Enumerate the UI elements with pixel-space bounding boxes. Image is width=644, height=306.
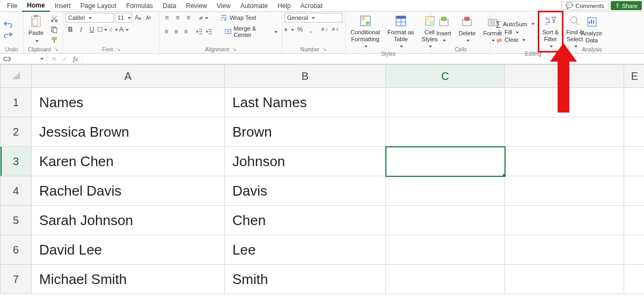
clear-button[interactable]: Clear [494,36,528,43]
font-size-select[interactable]: 11 [115,13,132,23]
select-all-triangle[interactable] [1,65,32,88]
analyze-data-button[interactable]: Analyze Data [579,14,605,44]
cell-C3[interactable] [386,147,505,176]
cell-C6[interactable] [386,235,505,265]
increase-decimal[interactable]: .0 [320,25,330,34]
align-right[interactable]: ≡ [181,27,190,36]
tab-acrobat[interactable]: Acrobat [296,1,327,11]
decrease-decimal[interactable]: .0 [331,25,340,34]
align-center[interactable]: ≡ [172,27,180,36]
comments-button[interactable]: 💬 Comments [561,1,608,10]
clipboard-dialog-launcher[interactable]: ↘ [54,46,58,53]
cell-A2[interactable]: Jessica Brown [32,117,225,147]
cancel-formula-button[interactable]: ✕ [49,54,59,64]
font-color-button[interactable]: A [119,25,129,34]
align-bottom[interactable]: ≡ [184,13,193,23]
row-header-4[interactable]: 4 [1,176,32,206]
cell-B5[interactable]: Chen [225,206,386,235]
cell-B1[interactable]: Last Names [225,88,386,117]
tab-automate[interactable]: Automate [236,1,273,11]
cell-C2[interactable] [386,117,505,147]
column-header-B[interactable]: B [225,65,386,88]
cell-B3[interactable]: Johnson [225,147,386,176]
decrease-indent[interactable] [195,27,204,36]
tab-data[interactable]: Data [158,1,181,11]
font-dialog-launcher[interactable]: ↘ [116,46,121,53]
undo-button[interactable] [3,19,13,29]
cell-A6[interactable]: David Lee [32,235,225,265]
cell-E5[interactable] [624,206,645,235]
cell-E4[interactable] [624,176,645,206]
fill-color-button[interactable] [108,25,118,34]
cell-B6[interactable]: Lee [225,235,386,265]
redo-button[interactable] [3,30,13,40]
number-format-select[interactable]: General [284,13,342,23]
cell-C5[interactable] [386,206,505,235]
cell-D6[interactable] [505,235,624,265]
column-header-E[interactable]: E [624,65,645,88]
row-header-5[interactable]: 5 [1,206,32,235]
row-header-6[interactable]: 6 [1,235,32,265]
insert-cells-button[interactable]: Insert [434,14,454,44]
column-header-D[interactable]: D [505,65,624,88]
cell-A1[interactable]: Names [32,88,225,117]
tab-review[interactable]: Review [181,1,211,11]
cell-C1[interactable] [386,88,505,117]
tab-file[interactable]: File [2,1,22,11]
fill-button[interactable]: Fill [494,28,521,36]
delete-cells-button[interactable]: Delete [456,14,479,44]
increase-font-size[interactable]: A▴ [133,13,143,23]
enter-formula-button[interactable]: ✓ [60,54,70,64]
tab-insert[interactable]: Insert [50,1,76,11]
cell-D5[interactable] [505,206,624,235]
cell-E3[interactable] [624,147,645,176]
merge-center-button[interactable]: Merge & Center [223,25,280,39]
cell-E2[interactable] [624,117,645,147]
tab-page-layout[interactable]: Page Layout [76,1,121,11]
cut-button[interactable] [49,14,59,24]
comma-format[interactable]: , [306,25,316,34]
cell-A3[interactable]: Karen Chen [32,147,225,176]
accounting-format[interactable]: $ [284,25,294,34]
sort-filter-button[interactable]: A Z Sort & Filter [540,13,562,50]
column-header-A[interactable]: A [32,65,225,88]
cell-C7[interactable] [386,265,505,294]
align-top[interactable]: ≡ [162,13,172,23]
row-header-2[interactable]: 2 [1,117,32,147]
cell-E7[interactable] [624,265,645,294]
cell-B4[interactable]: Davis [225,176,386,206]
row-header-1[interactable]: 1 [1,88,32,117]
bold-button[interactable]: B [65,25,75,34]
share-button[interactable]: ⇪ Share [611,1,642,10]
format-painter-button[interactable] [49,35,59,45]
cell-A5[interactable]: Sarah Johnson [32,206,225,235]
cell-D3[interactable] [505,147,624,176]
copy-button[interactable] [49,25,59,34]
cell-E1[interactable] [624,88,645,117]
conditional-formatting-button[interactable]: Conditional Formatting [348,13,383,50]
border-button[interactable] [98,25,107,34]
cell-D2[interactable] [505,117,624,147]
format-as-table-button[interactable]: Format as Table [385,13,417,50]
cell-B2[interactable]: Brown [225,117,386,147]
cell-A4[interactable]: Rachel Davis [32,176,225,206]
align-middle[interactable]: ≡ [173,13,182,23]
align-left[interactable]: ≡ [162,27,171,36]
row-header-7[interactable]: 7 [1,265,32,294]
increase-indent[interactable] [205,27,214,36]
italic-button[interactable]: I [76,25,86,34]
autosum-button[interactable]: ∑ AutoSum [494,19,537,28]
fx-button[interactable]: fx [71,55,80,63]
tab-home[interactable]: Home [22,0,49,12]
paste-button[interactable]: Paste [26,13,46,45]
name-box[interactable]: C3 [0,54,47,64]
percent-format[interactable]: % [295,25,305,34]
cell-D1[interactable] [505,88,624,117]
orientation-button[interactable]: ab [199,13,208,23]
number-dialog-launcher[interactable]: ↘ [323,46,327,53]
alignment-dialog-launcher[interactable]: ↘ [232,46,237,53]
cell-D7[interactable] [505,265,624,294]
column-header-C[interactable]: C [386,65,505,88]
cell-E6[interactable] [624,235,645,265]
row-header-3[interactable]: 3 [1,147,32,176]
